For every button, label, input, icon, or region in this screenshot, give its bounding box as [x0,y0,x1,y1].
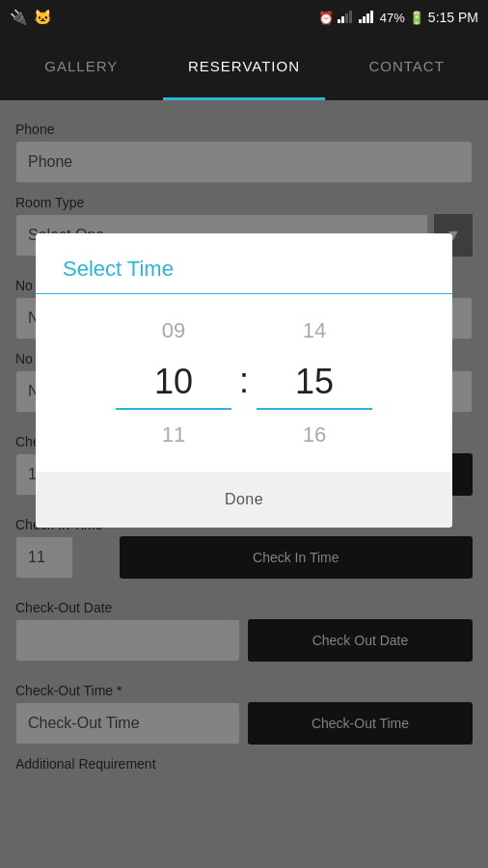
minute-selected[interactable]: 15 [257,356,372,410]
time-picker-dialog: Select Time 09 10 11 : 14 15 16 Done [36,233,452,528]
hour-below[interactable]: 11 [162,418,185,452]
dialog-header: Select Time [36,233,452,294]
minutes-column[interactable]: 14 15 16 [257,313,372,452]
svg-rect-4 [359,19,362,23]
svg-rect-6 [366,14,369,23]
status-bar: 🔌 🐱 ⏰ 47% 🔋 5:15 PM [0,0,488,35]
minute-below[interactable]: 16 [303,418,326,452]
svg-rect-1 [341,16,344,23]
notification-icon: 🐱 [34,9,52,26]
time-picker[interactable]: 09 10 11 : 14 15 16 [36,313,452,452]
hour-selected[interactable]: 10 [116,356,231,410]
dialog-body: 09 10 11 : 14 15 16 [36,294,452,452]
tab-contact[interactable]: CONTACT [325,35,488,100]
signal-icon [338,10,355,26]
status-right-icons: ⏰ 47% 🔋 5:15 PM [318,10,478,26]
svg-rect-3 [349,11,352,23]
battery-icon: 🔋 [409,11,424,25]
tab-gallery[interactable]: GALLERY [0,35,163,100]
tab-reservation[interactable]: RESERVATION [163,35,326,100]
navigation-tabs: GALLERY RESERVATION CONTACT [0,35,488,100]
dialog-title: Select Time [63,257,425,282]
svg-rect-5 [363,16,366,23]
svg-rect-7 [370,11,373,23]
hour-above[interactable]: 09 [162,313,185,348]
time-display: 5:15 PM [428,10,478,25]
hours-column[interactable]: 09 10 11 [116,313,231,452]
done-button[interactable]: Done [205,485,283,514]
time-separator: : [239,361,249,405]
status-left-icons: 🔌 🐱 [10,9,52,26]
alarm-icon: ⏰ [318,11,334,25]
svg-rect-0 [338,19,340,23]
battery-percentage: 47% [380,11,405,25]
svg-rect-2 [345,14,348,23]
signal-icon-2 [359,10,376,26]
dialog-footer: Done [36,472,452,528]
minute-above[interactable]: 14 [303,313,326,348]
usb-icon: 🔌 [10,9,28,26]
